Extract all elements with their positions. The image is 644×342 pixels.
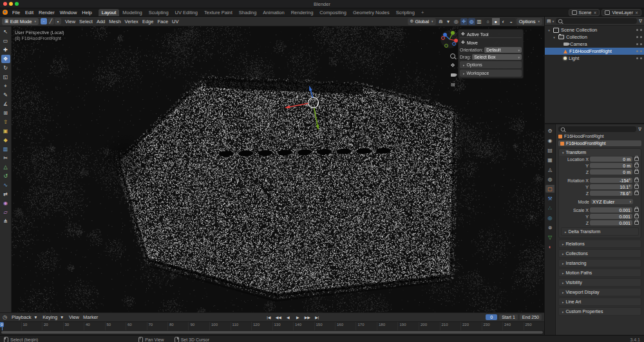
tool-rotate[interactable]: ↻ [1, 64, 10, 72]
lock-icon[interactable] [634, 185, 639, 189]
lock-icon[interactable] [634, 214, 639, 218]
hide-in-viewport-icon[interactable] [636, 36, 638, 38]
unlink-scene-icon[interactable]: ✕ [593, 10, 596, 15]
unlink-view-layer-icon[interactable]: ✕ [635, 10, 638, 15]
workspace-tab-sculpting[interactable]: Sculpting [146, 9, 172, 16]
transform-orientation-dropdown[interactable]: ⊕ Global ▾ [408, 18, 436, 25]
jump-to-start-button[interactable]: |◀ [264, 314, 273, 321]
disable-in-render-icon[interactable] [640, 50, 642, 52]
prev-keyframe-button[interactable]: ◀◀ [274, 314, 283, 321]
workspace-tab-shading[interactable]: Shading [236, 9, 260, 16]
properties-tab-object[interactable]: ▢ [545, 185, 554, 193]
perspective-toggle-icon[interactable]: ⊞ [449, 81, 457, 88]
timeline-menu-marker[interactable]: Marker [81, 314, 100, 320]
material-shading-icon[interactable]: ◐ [500, 18, 507, 25]
tool-poly-build[interactable]: △ [1, 163, 10, 171]
panel-workspace[interactable]: ▸Workspace [460, 70, 522, 77]
current-frame-field[interactable]: 0 [486, 314, 497, 320]
workspace-tab-modeling[interactable]: Modeling [119, 9, 145, 16]
add-workspace-button[interactable]: + [418, 9, 427, 16]
workspace-tab-animation[interactable]: Animation [260, 9, 287, 16]
properties-tab-physics[interactable]: ◎ [545, 214, 554, 222]
panel-line-art[interactable]: ▸Line Art [558, 298, 641, 306]
workspace-tab-rendering[interactable]: Rendering [288, 9, 317, 16]
tool-edge-slide[interactable]: ⇄ [1, 190, 10, 198]
lock-icon[interactable] [634, 221, 639, 225]
field-rot-x[interactable]: -154° [590, 178, 632, 183]
tool-smooth[interactable]: ∿ [1, 181, 10, 189]
properties-tab-render[interactable]: ◉ [545, 137, 554, 144]
delta-transform-panel[interactable]: ▸ Delta Transform [561, 227, 639, 236]
properties-tab-particles[interactable]: ∴ [545, 204, 554, 212]
disable-in-render-icon[interactable] [640, 29, 642, 31]
tool-spin[interactable]: ↺ [1, 172, 10, 180]
workspace-tab-geometry-nodes[interactable]: Geometry Nodes [350, 9, 393, 16]
disclosure-icon[interactable]: ▾ [552, 35, 556, 39]
lock-icon[interactable] [634, 208, 639, 212]
tool-loop-cut[interactable]: ▥ [1, 145, 10, 153]
hide-in-viewport-icon[interactable] [636, 50, 638, 52]
timeline-editor-icon[interactable]: ◷ [3, 314, 7, 320]
workspace-tab-compositing[interactable]: Compositing [316, 9, 350, 16]
jump-to-end-button[interactable]: ▶| [312, 314, 321, 321]
properties-tab-object-data[interactable]: ▽ [545, 233, 554, 241]
nav-gizmo[interactable] [440, 30, 459, 49]
tool-shrink-fatten[interactable]: ◉ [1, 199, 10, 207]
tool-rip-region[interactable]: ⋔ [1, 217, 10, 225]
face-select-button[interactable]: ▪ [55, 18, 61, 24]
snap-magnet-icon[interactable]: ⋒ [437, 18, 444, 25]
field-loc-y[interactable]: 0 m [590, 163, 632, 168]
workspace-tab-scripting[interactable]: Scripting [393, 9, 418, 16]
menu-render[interactable]: Render [36, 10, 57, 15]
field-scale-y[interactable]: 0.001 [590, 214, 632, 219]
lock-icon[interactable] [634, 164, 639, 167]
tool-add-cube[interactable]: ⊞ [1, 109, 10, 117]
pan-hand-icon[interactable]: ✥ [449, 62, 457, 69]
panel-visibility[interactable]: ▸Visibility [558, 278, 641, 287]
lock-icon[interactable] [634, 157, 639, 161]
properties-tab-view-layer[interactable]: ▦ [545, 156, 554, 164]
viewport-menu-edge[interactable]: Edge [140, 19, 156, 24]
hide-in-viewport-icon[interactable] [636, 29, 638, 31]
transform-panel-header[interactable]: ▾ Transform [559, 149, 641, 156]
viewport-menu-select[interactable]: Select [77, 19, 95, 24]
zoom-icon[interactable] [449, 52, 457, 59]
tool-scale[interactable]: ◱ [1, 73, 10, 81]
timeline-menu-playback[interactable]: Playback▾ [10, 314, 41, 320]
field-rot-y[interactable]: 10.1° [590, 184, 632, 189]
play-button[interactable]: ▶ [293, 314, 302, 321]
disclosure-icon[interactable]: ▾ [547, 28, 551, 32]
disable-in-render-icon[interactable] [640, 36, 642, 38]
drag-action-dropdown[interactable]: Select Box ▾ [472, 54, 522, 60]
playhead[interactable]: 0 [2, 322, 3, 330]
menu-window[interactable]: Window [57, 10, 80, 15]
viewport-menu-add[interactable]: Add [95, 19, 107, 24]
menu-edit[interactable]: Edit [23, 10, 36, 15]
lock-icon[interactable] [634, 178, 639, 182]
field-loc-z[interactable]: 0 m [590, 169, 632, 175]
panel-relations[interactable]: ▸Relations [558, 240, 641, 248]
field-scale-z[interactable]: 0.001 [590, 220, 632, 225]
tool-measure[interactable]: ∡ [1, 100, 10, 108]
camera-view-icon[interactable] [449, 71, 457, 79]
outliner-item-light[interactable]: Light [545, 55, 644, 62]
panel-collections[interactable]: ▸Collections [558, 249, 641, 258]
properties-filter-icon[interactable]: ∇ [638, 127, 641, 132]
tool-shear[interactable]: ▱ [1, 208, 10, 216]
properties-tab-world[interactable]: ◍ [545, 175, 554, 183]
panel-viewport-display[interactable]: ▸Viewport Display [558, 288, 641, 296]
timeline-menu-keying[interactable]: Keying▾ [41, 314, 67, 320]
panel-instancing[interactable]: ▸Instancing [558, 259, 641, 267]
tool-inset-faces[interactable]: ▣ [1, 127, 10, 135]
properties-search-input[interactable] [558, 126, 636, 132]
lock-icon[interactable] [634, 191, 639, 195]
solid-shading-icon[interactable]: ● [492, 18, 500, 25]
viewport-menu-uv[interactable]: UV [170, 19, 180, 24]
scene-selector[interactable]: Scene ✕ [569, 9, 600, 16]
xray-toggle-icon[interactable]: ▥ [476, 18, 483, 25]
next-keyframe-button[interactable]: ▶▶ [303, 314, 312, 321]
field-rot-z[interactable]: 78.6° [590, 191, 632, 196]
lock-icon[interactable] [634, 170, 639, 174]
panel-custom-properties[interactable]: ▸Custom Properties [558, 307, 641, 316]
disable-in-render-icon[interactable] [640, 43, 642, 45]
